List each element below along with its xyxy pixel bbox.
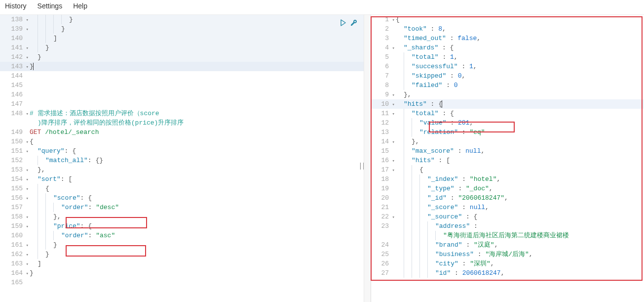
code-content[interactable]: },: [392, 137, 644, 146]
code-line[interactable]: 148▾# 需求描述：酒店数据按照用户评价（score: [0, 109, 371, 118]
code-content[interactable]: # 需求描述：酒店数据按照用户评价（score: [26, 109, 371, 118]
code-line[interactable]: 14▾},: [371, 137, 644, 146]
code-line[interactable]: "粤海街道后海社区后海第二统建楼商业裙楼: [371, 231, 644, 240]
code-line[interactable]: 5"total" : 1,: [371, 52, 644, 62]
code-content[interactable]: }: [26, 52, 371, 62]
menu-help[interactable]: Help: [73, 2, 87, 10]
menu-settings[interactable]: Settings: [38, 2, 63, 10]
code-line[interactable]: 16▾"hits" : [: [371, 156, 644, 165]
code-line[interactable]: 159▾"price": {: [0, 221, 371, 231]
code-content[interactable]: "relation" : "eq": [392, 128, 644, 137]
code-content[interactable]: "max_score" : null,: [392, 146, 644, 156]
code-line[interactable]: 147: [0, 99, 371, 109]
code-content[interactable]: "business" : "海岸城/后海",: [392, 250, 644, 259]
code-content[interactable]: "query": {: [26, 146, 371, 156]
code-content[interactable]: "price": {: [26, 221, 371, 231]
code-content[interactable]: [26, 90, 371, 99]
code-content[interactable]: },: [392, 90, 644, 99]
code-line[interactable]: 22▾"_source" : {: [371, 212, 644, 221]
code-line[interactable]: 165: [0, 278, 371, 287]
code-line[interactable]: 18"_index" : "hotel",: [371, 174, 644, 184]
code-line[interactable]: 141▾}: [0, 43, 371, 52]
code-line[interactable]: 163▾]: [0, 259, 371, 268]
code-content[interactable]: "order": "desc": [26, 203, 371, 212]
code-content[interactable]: "sort": [: [26, 174, 371, 184]
code-content[interactable]: "successful" : 1,: [392, 62, 644, 71]
code-line[interactable]: 151▾"query": {: [0, 146, 371, 156]
code-line[interactable]: 20"_id" : "2060618247",: [371, 193, 644, 203]
code-content[interactable]: "粤海街道后海社区后海第二统建楼商业裙楼: [392, 231, 644, 240]
code-content[interactable]: "match_all": {}: [26, 156, 371, 165]
request-editor[interactable]: || 138▾}139▾}140]141▾}142▾}143▾}14414514…: [0, 15, 371, 302]
code-content[interactable]: [26, 71, 371, 81]
code-line[interactable]: 153▾},: [0, 165, 371, 174]
code-line[interactable]: 164▾}: [0, 268, 371, 278]
code-line[interactable]: 8"failed" : 0: [371, 81, 644, 90]
code-content[interactable]: "value" : 201,: [392, 118, 644, 128]
code-content[interactable]: "order": "asc": [26, 231, 371, 240]
code-line[interactable]: 17▾{: [371, 165, 644, 174]
code-line[interactable]: 160"order": "asc": [0, 231, 371, 240]
code-content[interactable]: "brand" : "汉庭",: [392, 240, 644, 250]
code-content[interactable]: }: [26, 62, 371, 71]
code-line[interactable]: 149GET /hotel/_search: [0, 128, 371, 137]
code-content[interactable]: {: [26, 184, 371, 193]
code-content[interactable]: "score": {: [26, 193, 371, 203]
code-content[interactable]: {: [26, 137, 371, 146]
code-line[interactable]: 144: [0, 71, 371, 81]
code-line[interactable]: 150▾{: [0, 137, 371, 146]
code-content[interactable]: "_index" : "hotel",: [392, 174, 644, 184]
code-content[interactable]: }: [26, 240, 371, 250]
code-line[interactable]: 3"timed_out" : false,: [371, 34, 644, 43]
code-content[interactable]: },: [26, 165, 371, 174]
code-line[interactable]: 7"skipped" : 0,: [371, 71, 644, 81]
code-content[interactable]: "id" : 2060618247,: [392, 268, 644, 278]
code-line[interactable]: 158▾},: [0, 212, 371, 221]
code-line[interactable]: 9▾},: [371, 90, 644, 99]
code-content[interactable]: "hits" : [: [392, 156, 644, 165]
code-line[interactable]: 138▾}: [0, 15, 371, 24]
code-line[interactable]: 25"business" : "海岸城/后海",: [371, 250, 644, 259]
code-line[interactable]: 139▾}: [0, 24, 371, 34]
code-line[interactable]: 11▾"total" : {: [371, 109, 644, 118]
code-line[interactable]: 10▾"hits" : {: [371, 99, 644, 109]
code-content[interactable]: }: [26, 43, 371, 52]
code-line[interactable]: 24"brand" : "汉庭",: [371, 240, 644, 250]
code-line[interactable]: 143▾}: [0, 62, 371, 71]
code-line[interactable]: 12"value" : 201,: [371, 118, 644, 128]
code-content[interactable]: "failed" : 0: [392, 81, 644, 90]
code-content[interactable]: "hits" : {: [392, 99, 644, 109]
code-content[interactable]: },: [26, 212, 371, 221]
code-content[interactable]: "_shards" : {: [392, 43, 644, 52]
code-content[interactable]: "total" : 1,: [392, 52, 644, 62]
code-content[interactable]: "_type" : "_doc",: [392, 184, 644, 193]
menu-history[interactable]: History: [5, 2, 27, 10]
code-line[interactable]: 152"match_all": {}: [0, 156, 371, 165]
code-line[interactable]: 161▾}: [0, 240, 371, 250]
code-line[interactable]: 156▾"score": {: [0, 193, 371, 203]
code-line[interactable]: 2"took" : 8,: [371, 24, 644, 34]
code-line[interactable]: 146: [0, 90, 371, 99]
code-content[interactable]: [26, 81, 371, 90]
code-content[interactable]: GET /hotel/_search: [26, 128, 371, 137]
code-line[interactable]: 15"max_score" : null,: [371, 146, 644, 156]
code-content[interactable]: {: [392, 15, 644, 24]
code-line[interactable]: 157"order": "desc": [0, 203, 371, 212]
code-line[interactable]: 6"successful" : 1,: [371, 62, 644, 71]
code-line[interactable]: 27"id" : 2060618247,: [371, 268, 644, 278]
code-line[interactable]: 13"relation" : "eq": [371, 128, 644, 137]
code-line[interactable]: 21"_score" : null,: [371, 203, 644, 212]
code-content[interactable]: "city" : "深圳",: [392, 259, 644, 268]
code-content[interactable]: "skipped" : 0,: [392, 71, 644, 81]
code-line[interactable]: )降序排序，评价相同的按照价格(price)升序排序: [0, 118, 371, 128]
code-content[interactable]: }: [26, 268, 371, 278]
code-content[interactable]: )降序排序，评价相同的按照价格(price)升序排序: [26, 118, 371, 128]
response-viewer[interactable]: 1▾{2"took" : 8,3"timed_out" : false,4▾"_…: [371, 15, 644, 302]
right-code-lines[interactable]: 1▾{2"took" : 8,3"timed_out" : false,4▾"_…: [371, 15, 644, 278]
left-code-lines[interactable]: 138▾}139▾}140]141▾}142▾}143▾}14414514614…: [0, 15, 371, 287]
code-line[interactable]: 155▾{: [0, 184, 371, 193]
code-content[interactable]: "timed_out" : false,: [392, 34, 644, 43]
code-content[interactable]: }: [26, 15, 371, 24]
code-content[interactable]: ]: [26, 34, 371, 43]
code-content[interactable]: "total" : {: [392, 109, 644, 118]
